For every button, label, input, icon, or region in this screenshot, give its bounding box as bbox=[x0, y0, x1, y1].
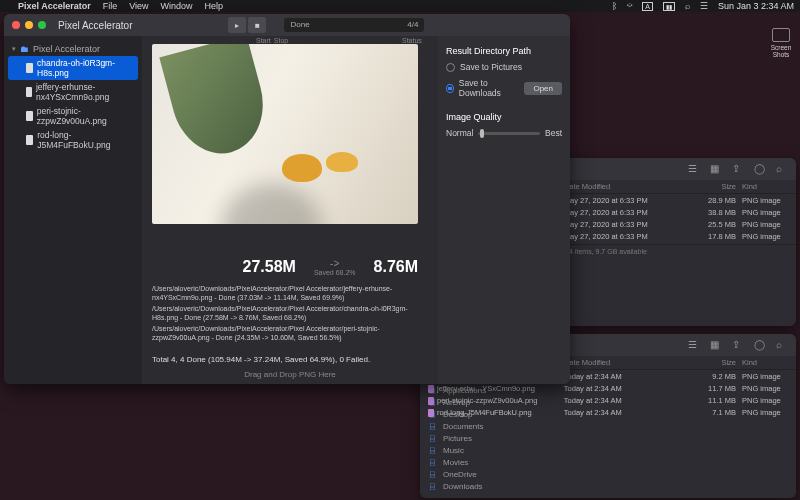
log-line: /Users/aloveric/Downloads/PixelAccelerat… bbox=[152, 304, 428, 323]
log-line: /Users/aloveric/Downloads/PixelAccelerat… bbox=[152, 324, 428, 343]
main-pane: 27.58M ->Saved 68.2% 8.76M /Users/alover… bbox=[142, 36, 438, 384]
sidebar-item-label: jeffery-erhunse-nx4YSxCmn9o.png bbox=[36, 82, 134, 102]
menu-file[interactable]: File bbox=[103, 1, 118, 11]
menu-help[interactable]: Help bbox=[205, 1, 224, 11]
finder-sidebar-item[interactable]: ⌸Pictures bbox=[430, 432, 500, 444]
finder-sidebar: ⌸Applications⌸AirDrop⌸Desktop⌸Documents⌸… bbox=[430, 384, 500, 492]
progress-count: 4/4 bbox=[407, 20, 418, 30]
radio-icon bbox=[446, 63, 455, 72]
control-center-icon[interactable]: ☰ bbox=[700, 1, 708, 11]
bluetooth-icon[interactable]: ᛒ bbox=[612, 1, 617, 11]
compression-stats: 27.58M ->Saved 68.2% 8.76M bbox=[152, 258, 428, 276]
size-after: 8.76M bbox=[374, 258, 418, 276]
start-button[interactable]: ▸ bbox=[228, 17, 246, 33]
folder-icon: ⌸ bbox=[430, 422, 438, 431]
size-before: 27.58M bbox=[243, 258, 296, 276]
progress-bar: Done 4/4 bbox=[284, 18, 424, 32]
radio-icon bbox=[446, 84, 454, 93]
path-heading: Result Directory Path bbox=[446, 46, 562, 56]
folder-icon: ⌸ bbox=[430, 386, 438, 395]
summary-line: Total 4, 4 Done (105.94M -> 37.24M, Save… bbox=[152, 355, 428, 364]
sidebar-item[interactable]: chandra-oh-i0R3gm-H8s.png bbox=[8, 56, 138, 80]
folder-icon: ⌸ bbox=[430, 398, 438, 407]
sidebar-item[interactable]: peri-stojnic-zzpwZ9v00uA.png bbox=[8, 104, 138, 128]
finder-sidebar-item[interactable]: ⌸OneDrive bbox=[430, 468, 500, 480]
menu-app[interactable]: Pixel Accelerator bbox=[18, 1, 91, 11]
sidebar-item[interactable]: jeffery-erhunse-nx4YSxCmn9o.png bbox=[8, 80, 138, 104]
search-icon[interactable]: ⌕ bbox=[685, 1, 690, 11]
tags-icon[interactable]: ◯ bbox=[754, 163, 766, 175]
close-icon[interactable] bbox=[12, 21, 20, 29]
folder-icon: 🖿 bbox=[20, 44, 29, 54]
progress-state: Done bbox=[290, 20, 309, 30]
tags-icon[interactable]: ◯ bbox=[754, 339, 766, 351]
open-button[interactable]: Open bbox=[524, 82, 562, 95]
sidebar-item-label: chandra-oh-i0R3gm-H8s.png bbox=[37, 58, 134, 78]
pixel-accelerator-window: Pixel Accelerator ▸ ■ StartStop Done 4/4… bbox=[4, 14, 570, 384]
input-icon[interactable]: A bbox=[642, 2, 653, 11]
finder-sidebar-item[interactable]: ⌸Music bbox=[430, 444, 500, 456]
minimize-icon[interactable] bbox=[25, 21, 33, 29]
stop-button[interactable]: ■ bbox=[248, 17, 266, 33]
search-icon[interactable]: ⌕ bbox=[776, 339, 788, 351]
radio-save-downloads[interactable]: Save to Downloads Open bbox=[446, 78, 562, 98]
drop-zone[interactable]: Drag and Drop PNG Here bbox=[152, 370, 428, 379]
file-icon bbox=[26, 135, 33, 145]
finder-sidebar-item[interactable]: ⌸Documents bbox=[430, 420, 500, 432]
finder-sidebar-item[interactable]: ⌸Desktop bbox=[430, 408, 500, 420]
finder-sidebar-item[interactable]: ⌸Movies bbox=[430, 456, 500, 468]
transport-controls: ▸ ■ StartStop bbox=[228, 17, 268, 33]
file-icon bbox=[26, 87, 32, 97]
settings-panel: Result Directory Path Save to Pictures S… bbox=[438, 36, 570, 384]
window-title: Pixel Accelerator bbox=[58, 20, 132, 31]
log-line: /Users/aloveric/Downloads/PixelAccelerat… bbox=[152, 284, 428, 303]
wifi-icon[interactable]: ⌔ bbox=[627, 1, 632, 11]
finder-sidebar-item[interactable]: ⌸AirDrop bbox=[430, 396, 500, 408]
folder-icon: ⌸ bbox=[430, 446, 438, 455]
triangle-icon: ▾ bbox=[12, 45, 16, 53]
log-output: /Users/aloveric/Downloads/PixelAccelerat… bbox=[152, 284, 428, 343]
titlebar: Pixel Accelerator ▸ ■ StartStop Done 4/4… bbox=[4, 14, 570, 36]
quality-slider[interactable] bbox=[478, 132, 540, 135]
sidebar-item-label: rod-long-J5M4FuFBokU.png bbox=[37, 130, 134, 150]
share-icon[interactable]: ⇪ bbox=[732, 163, 744, 175]
menu-window[interactable]: Window bbox=[161, 1, 193, 11]
sidebar-root-label: Pixel Accelerator bbox=[33, 44, 100, 54]
list-view-icon[interactable]: ☰ bbox=[688, 339, 700, 351]
file-icon bbox=[26, 111, 33, 121]
finder-sidebar-item[interactable]: ⌸Downloads bbox=[430, 480, 500, 492]
folder-icon: ⌸ bbox=[430, 410, 438, 419]
gallery-view-icon[interactable]: ▦ bbox=[710, 163, 722, 175]
image-preview bbox=[152, 44, 418, 224]
file-sidebar: ▾ 🖿 Pixel Accelerator chandra-oh-i0R3gm-… bbox=[4, 36, 142, 384]
folder-icon: ⌸ bbox=[430, 458, 438, 467]
quality-low-label: Normal bbox=[446, 128, 473, 138]
menubar-clock[interactable]: Sun Jan 3 2:34 AM bbox=[718, 1, 794, 11]
radio-label: Save to Pictures bbox=[460, 62, 522, 72]
folder-icon: ⌸ bbox=[430, 482, 438, 491]
sidebar-root[interactable]: ▾ 🖿 Pixel Accelerator bbox=[8, 42, 138, 56]
finder-sidebar-item[interactable]: ⌸Applications bbox=[430, 384, 500, 396]
list-view-icon[interactable]: ☰ bbox=[688, 163, 700, 175]
radio-save-pictures[interactable]: Save to Pictures bbox=[446, 62, 562, 72]
sidebar-item-label: peri-stojnic-zzpwZ9v00uA.png bbox=[37, 106, 134, 126]
quality-heading: Image Quality bbox=[446, 112, 562, 122]
zoom-icon[interactable] bbox=[38, 21, 46, 29]
search-icon[interactable]: ⌕ bbox=[776, 163, 788, 175]
screenshot-label: Screen Shots bbox=[771, 44, 792, 58]
battery-icon[interactable]: ▮▮ bbox=[663, 2, 675, 11]
folder-icon: ⌸ bbox=[430, 470, 438, 479]
folder-icon: ⌸ bbox=[430, 434, 438, 443]
quality-high-label: Best bbox=[545, 128, 562, 138]
macos-menubar: Pixel Accelerator File View Window Help … bbox=[0, 0, 800, 12]
radio-label: Save to Downloads bbox=[459, 78, 520, 98]
desktop-screenshot-widget[interactable]: Screen Shots bbox=[768, 28, 794, 58]
arrow-icon: ->Saved 68.2% bbox=[314, 258, 356, 276]
sidebar-item[interactable]: rod-long-J5M4FuFBokU.png bbox=[8, 128, 138, 152]
share-icon[interactable]: ⇪ bbox=[732, 339, 744, 351]
screenshot-icon bbox=[772, 28, 790, 42]
gallery-view-icon[interactable]: ▦ bbox=[710, 339, 722, 351]
menu-view[interactable]: View bbox=[129, 1, 148, 11]
file-icon bbox=[26, 63, 33, 73]
